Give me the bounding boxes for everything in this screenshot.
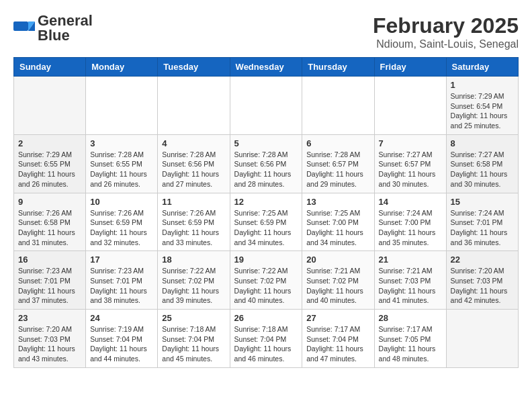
- day-info: Sunrise: 7:29 AMSunset: 6:55 PMDaylight:…: [18, 150, 81, 189]
- calendar-day-cell: [374, 77, 446, 135]
- day-number: 20: [306, 255, 369, 265]
- day-info: Sunrise: 7:28 AMSunset: 6:56 PMDaylight:…: [234, 150, 298, 189]
- day-info: Sunrise: 7:25 AMSunset: 6:59 PMDaylight:…: [234, 208, 298, 248]
- calendar-table: Sunday Monday Tuesday Wednesday Thursday…: [13, 57, 519, 368]
- day-info: Sunrise: 7:21 AMSunset: 7:02 PMDaylight:…: [306, 266, 369, 306]
- calendar-week-row: 23Sunrise: 7:20 AMSunset: 7:03 PMDayligh…: [14, 310, 519, 368]
- day-info: Sunrise: 7:17 AMSunset: 7:04 PMDaylight:…: [306, 324, 369, 364]
- day-number: 28: [379, 313, 442, 323]
- header-tuesday: Tuesday: [158, 58, 230, 77]
- calendar-header-row: Sunday Monday Tuesday Wednesday Thursday…: [14, 58, 519, 77]
- calendar-week-row: 9Sunrise: 7:26 AMSunset: 6:58 PMDaylight…: [14, 193, 519, 251]
- day-info: Sunrise: 7:17 AMSunset: 7:05 PMDaylight:…: [379, 324, 442, 364]
- day-number: 12: [234, 197, 298, 207]
- day-info: Sunrise: 7:23 AMSunset: 7:01 PMDaylight:…: [18, 266, 81, 306]
- calendar-day-cell: 23Sunrise: 7:20 AMSunset: 7:03 PMDayligh…: [14, 310, 86, 368]
- calendar-day-cell: 15Sunrise: 7:24 AMSunset: 7:01 PMDayligh…: [446, 193, 518, 251]
- logo-icon: [13, 19, 35, 38]
- calendar-week-row: 16Sunrise: 7:23 AMSunset: 7:01 PMDayligh…: [14, 251, 519, 310]
- day-info: Sunrise: 7:29 AMSunset: 6:54 PMDaylight:…: [451, 91, 514, 131]
- day-info: Sunrise: 7:23 AMSunset: 7:01 PMDaylight:…: [90, 266, 153, 306]
- svg-rect-0: [13, 21, 28, 31]
- day-number: 4: [162, 138, 225, 148]
- day-info: Sunrise: 7:26 AMSunset: 6:59 PMDaylight:…: [90, 208, 153, 248]
- calendar-day-cell: [230, 77, 302, 135]
- calendar-day-cell: 2Sunrise: 7:29 AMSunset: 6:55 PMDaylight…: [14, 134, 86, 193]
- day-info: Sunrise: 7:26 AMSunset: 6:58 PMDaylight:…: [18, 208, 81, 248]
- calendar-day-cell: 14Sunrise: 7:24 AMSunset: 7:00 PMDayligh…: [374, 193, 446, 251]
- day-number: 15: [451, 197, 514, 207]
- day-number: 16: [18, 255, 81, 265]
- day-number: 2: [18, 138, 81, 148]
- calendar-day-cell: [446, 310, 518, 368]
- day-number: 3: [90, 138, 153, 148]
- day-info: Sunrise: 7:18 AMSunset: 7:04 PMDaylight:…: [234, 324, 298, 364]
- title-block: February 2025 Ndioum, Saint-Louis, Seneg…: [373, 13, 519, 50]
- calendar-day-cell: 21Sunrise: 7:21 AMSunset: 7:03 PMDayligh…: [374, 251, 446, 310]
- calendar-day-cell: 11Sunrise: 7:26 AMSunset: 6:59 PMDayligh…: [158, 193, 230, 251]
- page-header: General Blue February 2025 Ndioum, Saint…: [13, 13, 519, 50]
- calendar-day-cell: 13Sunrise: 7:25 AMSunset: 7:00 PMDayligh…: [302, 193, 374, 251]
- calendar-day-cell: 1Sunrise: 7:29 AMSunset: 6:54 PMDaylight…: [446, 77, 518, 135]
- calendar-day-cell: 9Sunrise: 7:26 AMSunset: 6:58 PMDaylight…: [14, 193, 86, 251]
- day-number: 19: [234, 255, 298, 265]
- calendar-day-cell: 16Sunrise: 7:23 AMSunset: 7:01 PMDayligh…: [14, 251, 86, 310]
- calendar-day-cell: 17Sunrise: 7:23 AMSunset: 7:01 PMDayligh…: [86, 251, 158, 310]
- day-number: 26: [234, 313, 298, 323]
- day-number: 9: [18, 197, 81, 207]
- calendar-day-cell: [158, 77, 230, 135]
- header-thursday: Thursday: [302, 58, 374, 77]
- logo: General Blue: [13, 13, 93, 43]
- day-number: 18: [162, 255, 225, 265]
- day-number: 25: [162, 313, 225, 323]
- day-info: Sunrise: 7:22 AMSunset: 7:02 PMDaylight:…: [162, 266, 225, 306]
- day-number: 24: [90, 313, 153, 323]
- day-info: Sunrise: 7:21 AMSunset: 7:03 PMDaylight:…: [379, 266, 442, 306]
- header-wednesday: Wednesday: [230, 58, 302, 77]
- calendar-title: February 2025: [373, 13, 519, 38]
- day-number: 7: [379, 138, 442, 148]
- day-info: Sunrise: 7:26 AMSunset: 6:59 PMDaylight:…: [162, 208, 225, 248]
- day-number: 23: [18, 313, 81, 323]
- day-number: 11: [162, 197, 225, 207]
- calendar-day-cell: 22Sunrise: 7:20 AMSunset: 7:03 PMDayligh…: [446, 251, 518, 310]
- day-number: 1: [451, 80, 514, 90]
- day-number: 14: [379, 197, 442, 207]
- calendar-day-cell: 10Sunrise: 7:26 AMSunset: 6:59 PMDayligh…: [86, 193, 158, 251]
- calendar-day-cell: 7Sunrise: 7:27 AMSunset: 6:57 PMDaylight…: [374, 134, 446, 193]
- calendar-day-cell: 19Sunrise: 7:22 AMSunset: 7:02 PMDayligh…: [230, 251, 302, 310]
- calendar-day-cell: 28Sunrise: 7:17 AMSunset: 7:05 PMDayligh…: [374, 310, 446, 368]
- day-number: 21: [379, 255, 442, 265]
- calendar-week-row: 2Sunrise: 7:29 AMSunset: 6:55 PMDaylight…: [14, 134, 519, 193]
- day-number: 5: [234, 138, 298, 148]
- calendar-day-cell: 27Sunrise: 7:17 AMSunset: 7:04 PMDayligh…: [302, 310, 374, 368]
- day-info: Sunrise: 7:19 AMSunset: 7:04 PMDaylight:…: [90, 324, 153, 364]
- day-number: 10: [90, 197, 153, 207]
- day-number: 6: [306, 138, 369, 148]
- day-number: 13: [306, 197, 369, 207]
- calendar-day-cell: 26Sunrise: 7:18 AMSunset: 7:04 PMDayligh…: [230, 310, 302, 368]
- calendar-day-cell: 24Sunrise: 7:19 AMSunset: 7:04 PMDayligh…: [86, 310, 158, 368]
- calendar-day-cell: [86, 77, 158, 135]
- header-saturday: Saturday: [446, 58, 518, 77]
- day-info: Sunrise: 7:24 AMSunset: 7:00 PMDaylight:…: [379, 208, 442, 248]
- header-sunday: Sunday: [14, 58, 86, 77]
- header-friday: Friday: [374, 58, 446, 77]
- calendar-day-cell: 18Sunrise: 7:22 AMSunset: 7:02 PMDayligh…: [158, 251, 230, 310]
- day-info: Sunrise: 7:27 AMSunset: 6:58 PMDaylight:…: [451, 150, 514, 189]
- calendar-day-cell: 4Sunrise: 7:28 AMSunset: 6:56 PMDaylight…: [158, 134, 230, 193]
- day-info: Sunrise: 7:28 AMSunset: 6:55 PMDaylight:…: [90, 150, 153, 189]
- header-monday: Monday: [86, 58, 158, 77]
- calendar-day-cell: 6Sunrise: 7:28 AMSunset: 6:57 PMDaylight…: [302, 134, 374, 193]
- day-info: Sunrise: 7:20 AMSunset: 7:03 PMDaylight:…: [18, 324, 81, 364]
- day-info: Sunrise: 7:20 AMSunset: 7:03 PMDaylight:…: [451, 266, 514, 306]
- calendar-day-cell: 8Sunrise: 7:27 AMSunset: 6:58 PMDaylight…: [446, 134, 518, 193]
- day-number: 17: [90, 255, 153, 265]
- calendar-day-cell: [302, 77, 374, 135]
- calendar-day-cell: 12Sunrise: 7:25 AMSunset: 6:59 PMDayligh…: [230, 193, 302, 251]
- logo-text-blue: Blue: [38, 27, 70, 44]
- calendar-week-row: 1Sunrise: 7:29 AMSunset: 6:54 PMDaylight…: [14, 77, 519, 135]
- day-info: Sunrise: 7:28 AMSunset: 6:57 PMDaylight:…: [306, 150, 369, 189]
- day-number: 8: [451, 138, 514, 148]
- day-info: Sunrise: 7:24 AMSunset: 7:01 PMDaylight:…: [451, 208, 514, 248]
